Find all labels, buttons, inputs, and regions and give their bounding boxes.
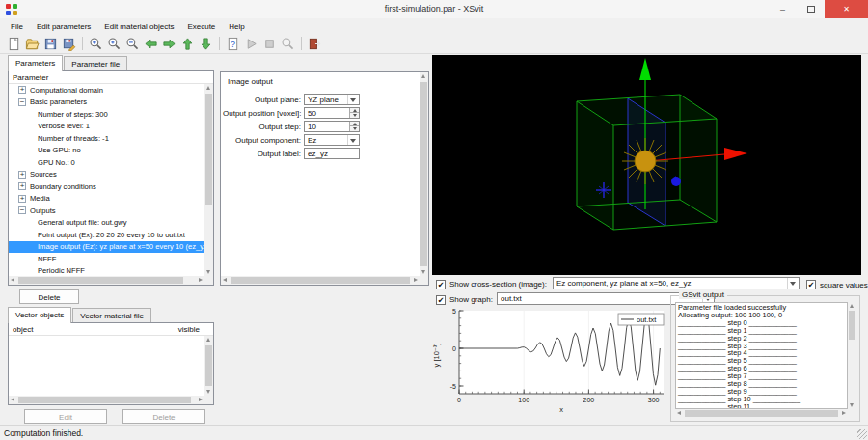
scrollbar-thumb[interactable] — [849, 311, 855, 340]
spin-down-icon[interactable] — [349, 126, 359, 131]
output-component-combo[interactable]: Ez — [304, 134, 360, 146]
expand-icon[interactable]: + — [18, 195, 26, 203]
collapse-icon[interactable]: − — [18, 206, 26, 214]
scroll-right-icon[interactable] — [842, 411, 846, 415]
open-button[interactable] — [23, 35, 41, 52]
check-params-button[interactable]: ? — [224, 35, 242, 52]
scrollbar-thumb[interactable] — [205, 94, 212, 205]
zoom-in-button[interactable] — [87, 35, 105, 52]
move-left-button[interactable] — [142, 35, 160, 52]
scroll-up-icon[interactable] — [421, 74, 425, 78]
tree-item-media[interactable]: +Media — [9, 193, 204, 206]
maximize-button[interactable] — [797, 0, 825, 18]
menu-edit-material-objects[interactable]: Edit material objects — [97, 20, 180, 33]
move-up-button[interactable] — [178, 35, 197, 52]
tree-item-gpu-no[interactable]: GPU No.: 0 — [9, 156, 204, 169]
scrollbar-thumb[interactable] — [685, 410, 838, 417]
tree-item-boundary-conditions[interactable]: +Boundary conditions — [9, 180, 204, 193]
move-down-button[interactable] — [197, 35, 215, 52]
tree-item-image-output-ez[interactable]: Image output (Ez): yz plane at x=50 ever… — [9, 241, 204, 254]
delete-output-button[interactable]: Delete — [19, 289, 79, 304]
tab-vector-material-file[interactable]: Vector material file — [72, 308, 151, 323]
move-right-button[interactable] — [160, 35, 178, 52]
output-label-input[interactable]: ez_yz — [304, 148, 360, 159]
tree-item-verbose-level[interactable]: Verbose level: 1 — [9, 121, 204, 133]
output-plane-combo[interactable]: YZ plane — [304, 94, 360, 105]
log-horizontal-scrollbar[interactable] — [675, 409, 848, 418]
quit-button[interactable] — [306, 35, 324, 52]
new-button[interactable] — [5, 35, 23, 52]
scroll-right-icon[interactable] — [199, 278, 203, 282]
scroll-down-icon[interactable] — [206, 270, 210, 274]
tree-item-periodic-nfff[interactable]: Periodic NFFF — [9, 265, 204, 277]
show-cross-section-checkbox[interactable]: ✔ — [436, 280, 446, 289]
edit-vector-button[interactable]: Edit — [24, 409, 107, 424]
cross-section-combo[interactable]: Ez component, yz plane at x=50, ez_yz — [553, 277, 800, 289]
scrollbar-thumb[interactable] — [231, 277, 410, 284]
output-step-stepper[interactable]: 10 — [304, 121, 360, 132]
stop-button[interactable] — [260, 35, 279, 52]
menu-file[interactable]: File — [4, 20, 30, 33]
delete-vector-button[interactable]: Delete — [122, 409, 205, 424]
expand-icon[interactable]: + — [18, 171, 26, 179]
menu-edit-parameters[interactable]: Edit parameters — [30, 20, 97, 33]
expand-icon[interactable]: + — [18, 86, 26, 94]
gsvit-output-log[interactable]: Parameter file loaded successfullyAlloca… — [675, 302, 848, 409]
tree-item-basic-parameters[interactable]: −Basic parameters — [9, 96, 204, 109]
scrollbar-thumb[interactable] — [18, 277, 183, 284]
scroll-down-icon[interactable] — [206, 390, 210, 394]
show-graph-checkbox[interactable]: ✔ — [436, 295, 446, 305]
preview-button[interactable] — [279, 35, 297, 52]
scrollbar-thumb[interactable] — [205, 345, 212, 386]
zoom-reset-button[interactable] — [105, 35, 123, 52]
tree-item-number-of-threads[interactable]: Number of threads: -1 — [9, 132, 204, 145]
scroll-down-icon[interactable] — [850, 403, 854, 407]
save-button[interactable] — [41, 35, 60, 52]
tree-item-use-gpu[interactable]: Use GPU: no — [9, 145, 204, 157]
tree-item-point-output-ex[interactable]: Point output (Ex): 20 20 20 every 10 to … — [9, 229, 204, 241]
save-as-button[interactable] — [60, 35, 78, 52]
tree-horizontal-scrollbar[interactable] — [9, 276, 204, 285]
tree-vertical-scrollbar[interactable] — [204, 84, 213, 276]
scroll-up-icon[interactable] — [850, 304, 854, 308]
run-button[interactable] — [242, 35, 260, 52]
form-vertical-scrollbar[interactable] — [420, 72, 428, 276]
minimize-button[interactable]: – — [769, 0, 797, 18]
scroll-left-icon[interactable] — [11, 398, 14, 401]
tree-item-sources[interactable]: +Sources — [9, 169, 204, 181]
scroll-right-icon[interactable] — [414, 278, 418, 282]
tab-parameter-file[interactable]: Parameter file — [64, 56, 127, 71]
tab-parameters[interactable]: Parameters — [8, 55, 63, 71]
tree-item-computational-domain[interactable]: +Computational domain — [9, 84, 204, 96]
scroll-down-icon[interactable] — [421, 270, 425, 274]
scroll-left-icon[interactable] — [11, 278, 14, 282]
scroll-up-icon[interactable] — [206, 338, 210, 342]
point-output-chart[interactable]: 0100200300-505out.txtxy [10⁻³] — [432, 309, 668, 422]
vector-vertical-scrollbar[interactable] — [204, 336, 213, 396]
spin-down-icon[interactable] — [349, 113, 359, 118]
scroll-left-icon[interactable] — [677, 411, 681, 415]
scroll-left-icon[interactable] — [223, 278, 227, 282]
zoom-out-button[interactable] — [123, 35, 142, 52]
scroll-up-icon[interactable] — [206, 86, 210, 90]
expand-icon[interactable]: + — [18, 182, 26, 190]
scrollbar-thumb[interactable] — [18, 397, 191, 403]
tree-item-general-output-file[interactable]: General output file: out.gwy — [9, 217, 204, 230]
3d-scene-view[interactable] — [432, 55, 861, 275]
tab-vector-objects[interactable]: Vector objects — [8, 307, 71, 323]
log-vertical-scrollbar[interactable] — [848, 302, 856, 409]
tree-item-nfff[interactable]: NFFF — [9, 253, 204, 265]
square-values-checkbox[interactable]: ✔ — [806, 280, 816, 289]
menu-execute[interactable]: Execute — [180, 20, 222, 33]
menu-help[interactable]: Help — [222, 20, 251, 33]
tree-item-number-of-steps[interactable]: Number of steps: 300 — [9, 108, 204, 121]
vector-horizontal-scrollbar[interactable] — [9, 396, 204, 404]
resize-grip[interactable] — [857, 429, 867, 439]
form-horizontal-scrollbar[interactable] — [221, 276, 420, 285]
scroll-right-icon[interactable] — [199, 398, 203, 401]
scrollbar-thumb[interactable] — [420, 82, 427, 266]
titlebar[interactable]: first-simulation.par - XSvit – ✕ — [0, 0, 868, 18]
close-button[interactable]: ✕ — [825, 0, 868, 18]
output-position-voxel-stepper[interactable]: 50 — [304, 107, 360, 119]
collapse-icon[interactable]: − — [18, 98, 26, 106]
